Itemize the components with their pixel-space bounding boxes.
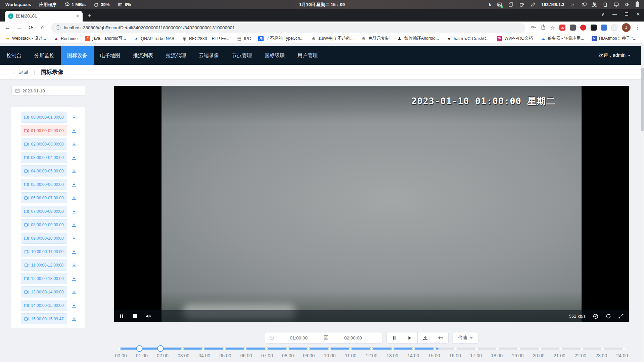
tablet-tray-icon[interactable] — [602, 2, 608, 7]
browser-reload-button[interactable]: ⟳ — [28, 24, 34, 31]
download-record-button[interactable] — [71, 302, 77, 309]
address-bar[interactable]: i localhost:38080/#/gbRecordDetail/34020… — [51, 23, 525, 33]
screenshot-tray-icon[interactable] — [497, 2, 502, 7]
download-record-button[interactable] — [71, 181, 77, 188]
download-button[interactable] — [417, 332, 433, 344]
bookmark-item[interactable]: ◉ RFC2833 – RTP Ev... — [182, 36, 229, 41]
bookmark-item[interactable]: ⊕ 免登录复制 — [361, 36, 389, 41]
record-chip[interactable]: 08:00:00-09:00:00 — [21, 219, 67, 230]
nav-tab[interactable]: 节点管理 — [225, 46, 258, 65]
user-menu[interactable]: 欢迎，admin — [599, 52, 631, 58]
nav-tab[interactable]: 云端录像 — [192, 46, 225, 65]
player-pause-button[interactable] — [120, 314, 124, 319]
download-record-button[interactable] — [71, 248, 77, 255]
workspaces-button[interactable]: Workspaces — [5, 2, 31, 7]
download-record-button[interactable] — [71, 154, 77, 161]
player-mute-button[interactable] — [146, 314, 151, 319]
record-chip[interactable]: 14:00:00-15:00:00 — [21, 300, 67, 311]
timeline-handle[interactable] — [136, 345, 143, 352]
speed-dropdown[interactable]: 倍速 — [453, 332, 478, 344]
record-chip[interactable]: 13:00:00-14:00:00 — [21, 286, 67, 297]
record-chip[interactable]: 07:00:00-08:00:00 — [21, 206, 67, 217]
nav-tab[interactable]: 电子地图 — [94, 46, 127, 65]
applications-menu-button[interactable]: 应用程序 — [39, 2, 56, 8]
timeline-track[interactable] — [118, 348, 625, 350]
record-chip[interactable]: 04:00:00-05:00:00 — [21, 165, 67, 176]
bookmark-item[interactable]: C java、android可... — [85, 36, 126, 41]
download-record-button[interactable] — [71, 114, 77, 120]
record-chip[interactable]: 11:00:00-12:00:00 — [21, 259, 67, 271]
bookmark-item[interactable]: ▤ IPC — [237, 36, 251, 41]
window-restore-button[interactable] — [625, 12, 628, 16]
snapshot-button[interactable] — [593, 314, 598, 319]
input-method-indicator[interactable]: 英 — [592, 2, 597, 8]
browser-menu-icon[interactable]: ⋮ — [635, 25, 640, 31]
bookmark-star-icon[interactable]: ☆ — [550, 25, 555, 31]
timeline-handle[interactable] — [157, 345, 164, 352]
record-chip[interactable]: 09:00:00-10:00:00 — [21, 233, 67, 244]
download-record-button[interactable] — [71, 222, 77, 228]
nav-tab[interactable]: 分屏监控 — [28, 46, 61, 65]
record-chip[interactable]: 15:00:00-15:09:47 — [21, 313, 67, 324]
extension-js-icon[interactable]: JS — [559, 25, 565, 31]
browser-home-button[interactable]: ⌂ — [39, 24, 46, 31]
caffeine-tray-icon[interactable] — [519, 2, 524, 7]
nav-tab[interactable]: 推流列表 — [127, 46, 159, 65]
fullscreen-button[interactable] — [618, 314, 624, 319]
extension-adblock-icon[interactable] — [580, 25, 586, 31]
bookmark-item[interactable]: N HDAtmos :: 种子 *... — [592, 36, 636, 41]
record-chip[interactable]: 06:00:00-07:00:00 — [21, 192, 67, 203]
download-record-button[interactable] — [71, 289, 77, 295]
video-player[interactable]: 2023-01-10 01:00:00 星期二 552 — [114, 86, 629, 322]
back-button[interactable]: ← 返回 — [11, 69, 28, 75]
record-chip[interactable]: 00:00:00-01:00:00 — [21, 112, 67, 123]
nav-tab[interactable]: 用户管理 — [291, 46, 324, 65]
home-tray-icon[interactable]: ⌂ — [570, 2, 576, 7]
battery-tray-icon[interactable] — [636, 2, 639, 7]
share-icon[interactable] — [541, 24, 546, 31]
pause-button[interactable] — [386, 332, 402, 344]
record-chip[interactable]: 03:00:00-04:00:00 — [21, 152, 67, 163]
browser-forward-button[interactable]: → — [16, 24, 22, 31]
password-key-icon[interactable] — [531, 24, 536, 31]
taskbar-clock[interactable]: 1月10日 星期二 15：09 — [299, 2, 345, 8]
nav-tab[interactable]: 国标设备 — [61, 46, 94, 65]
bookmark-item[interactable]: ⊕ 1.8W字|了不起的... — [311, 36, 354, 41]
tab-close-icon[interactable]: ✕ — [76, 14, 79, 18]
download-record-button[interactable] — [71, 195, 77, 201]
record-chip[interactable]: 12:00:00-13:00:00 — [21, 273, 67, 284]
download-record-button[interactable] — [71, 275, 77, 282]
url-text[interactable]: localhost:38080/#/gbRecordDetail/3402000… — [64, 25, 235, 30]
download-record-button[interactable] — [71, 208, 77, 214]
extension-tampermonkey-icon[interactable] — [570, 25, 576, 31]
player-stop-button[interactable] — [133, 314, 137, 318]
download-record-button[interactable] — [71, 141, 77, 147]
browser-back-button[interactable]: ← — [4, 24, 11, 31]
bookmark-item[interactable]: 知 了不起的 TypeScri... — [258, 36, 304, 41]
site-info-icon[interactable]: i — [56, 25, 60, 30]
record-chip[interactable]: 01:00:00-02:00:00 — [21, 125, 67, 136]
bookmark-item[interactable]: ☁ 服务器 - 轻量应用... — [540, 36, 584, 41]
clipboard-tray-icon[interactable] — [508, 2, 513, 7]
nav-tab[interactable]: 国标级联 — [258, 46, 291, 65]
page-scrollbar[interactable] — [641, 46, 644, 362]
volume-tray-icon[interactable] — [625, 2, 630, 7]
refresh-button[interactable] — [606, 314, 611, 319]
bookmark-item[interactable]: ● hairrrrr/C-CrashC... — [446, 36, 490, 41]
download-record-button[interactable] — [71, 316, 77, 322]
record-chip[interactable]: 02:00:00-03:00:00 — [21, 138, 67, 150]
bookmark-item[interactable]: ◕ QNAP Turbo NAS — [133, 36, 174, 41]
bookmark-item[interactable]: W WVP-PRO文档 — [497, 36, 533, 41]
extension-light-icon[interactable] — [611, 25, 617, 31]
new-tab-button[interactable]: + — [85, 11, 94, 20]
nav-tab[interactable]: 控制台 — [0, 46, 28, 65]
download-record-button[interactable] — [71, 262, 77, 268]
color-picker-tray-icon[interactable] — [530, 2, 536, 7]
extension-blue-icon[interactable] — [601, 25, 607, 31]
play-button[interactable] — [402, 332, 418, 344]
ip-address-indicator[interactable]: 192.168.1.3 — [541, 2, 564, 7]
tab-search-chevron-icon[interactable]: ∨ — [601, 12, 605, 17]
nav-tab[interactable]: 拉流代理 — [159, 46, 192, 65]
record-chip[interactable]: 10:00:00-11:00:00 — [21, 246, 67, 257]
display-tray-icon[interactable] — [613, 2, 619, 7]
